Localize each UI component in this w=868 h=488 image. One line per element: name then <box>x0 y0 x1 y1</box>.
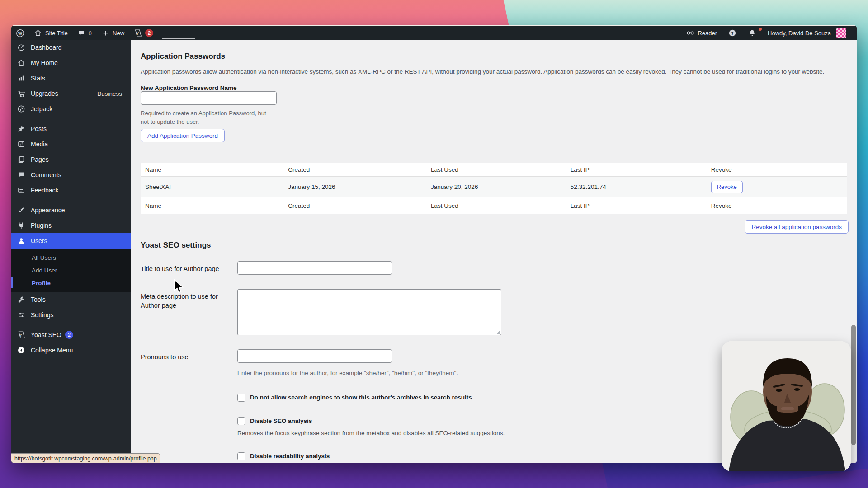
new-app-password-input[interactable] <box>141 91 277 105</box>
notification-dot <box>759 28 762 31</box>
sidebar-item-label: Pages <box>31 156 49 163</box>
sidebar-item-pages[interactable]: Pages <box>11 152 131 167</box>
sidebar-item-label: Users <box>31 237 47 244</box>
textarea-resize-grip[interactable] <box>496 330 500 334</box>
wordpress-menu[interactable]: W <box>11 26 29 40</box>
checkbox[interactable] <box>237 417 245 425</box>
sidebar-item-collapse[interactable]: Collapse Menu <box>11 343 131 358</box>
add-application-password-button[interactable]: Add Application Password <box>141 129 225 142</box>
sidebar-item-label: Feedback <box>31 187 58 194</box>
reader-link[interactable]: Reader <box>681 28 722 38</box>
page-scrollbar-thumb[interactable] <box>851 325 856 445</box>
revoke-button[interactable]: Revoke <box>711 181 743 193</box>
submenu-item-add-user[interactable]: Add User <box>11 264 131 277</box>
checkbox-label: Disable readability analysis <box>250 452 330 460</box>
avatar <box>836 28 846 38</box>
jetpack-icon <box>16 104 26 113</box>
help-button[interactable]: ? <box>723 28 741 38</box>
wp-admin-bar: W Site Title 0 New Y 2 Reader ? <box>11 26 857 40</box>
yoast-sidebar-badge: 2 <box>65 331 73 339</box>
pages-icon <box>16 155 26 164</box>
sidebar-item-label: Media <box>31 141 48 148</box>
reader-glasses-icon <box>686 28 695 38</box>
media-icon <box>16 140 26 149</box>
table-column-footer: Name <box>141 197 284 214</box>
sidebar-item-media[interactable]: Media <box>11 136 131 152</box>
yoast-seo-settings-title: Yoast SEO settings <box>141 241 211 250</box>
comment-icon <box>16 170 26 179</box>
table-footer-row: NameCreatedLast UsedLast IPRevoke <box>141 197 847 214</box>
table-column-header: Last IP <box>566 163 707 177</box>
pronouns-input[interactable] <box>237 349 392 363</box>
sidebar-item-upgrades[interactable]: UpgradesBusiness <box>11 86 131 101</box>
sidebar-item-label: Dashboard <box>31 44 62 51</box>
sidebar-item-label: Upgrades <box>31 90 58 97</box>
webcam-person <box>722 341 851 471</box>
sidebar-item-tools[interactable]: Tools <box>11 292 131 307</box>
checkbox[interactable] <box>237 452 245 460</box>
checkbox-description: Removes the focus keyphrase section from… <box>237 430 505 436</box>
sidebar-item-label: Stats <box>31 75 45 82</box>
home-icon <box>33 28 42 38</box>
sidebar-item-posts[interactable]: Posts <box>11 121 131 136</box>
table-column-footer: Created <box>284 197 427 214</box>
sidebar-item-label: My Home <box>31 59 58 66</box>
sidebar-item-label: Comments <box>31 171 61 178</box>
home-icon <box>16 58 26 67</box>
sidebar-item-plugins[interactable]: Plugins <box>11 218 131 233</box>
status-bar-url: https://botsgotit.wpcomstaging.com/wp-ad… <box>11 453 160 463</box>
meta-description-textarea[interactable] <box>237 289 501 335</box>
sidebar-item-label: Yoast SEO <box>31 331 61 338</box>
comment-count: 0 <box>89 30 92 37</box>
sidebar-item-label: Settings <box>31 311 54 319</box>
sidebar-item-my-home[interactable]: My Home <box>11 55 131 70</box>
sidebar-item-label: Appearance <box>31 206 65 214</box>
sidebar-item-label: Jetpack <box>31 105 52 113</box>
svg-text:Y: Y <box>136 31 139 36</box>
sidebar-item-dashboard[interactable]: Dashboard <box>11 40 131 55</box>
bell-icon <box>748 28 757 38</box>
my-account-menu[interactable]: Howdy, David De Souza <box>763 28 851 38</box>
submenu-item-all-users[interactable]: All Users <box>11 251 131 264</box>
pin-icon <box>16 124 26 133</box>
comments-bubble-icon <box>77 28 86 38</box>
wordpress-logo: W <box>15 28 24 38</box>
site-title-link[interactable]: Site Title <box>29 26 72 40</box>
stats-icon <box>16 74 26 83</box>
yoast-admin-bar-menu[interactable]: Y 2 <box>129 26 158 40</box>
sidebar-item-appearance[interactable]: Appearance <box>11 202 131 218</box>
application-passwords-table: NameCreatedLast UsedLast IPRevoke SheetX… <box>141 163 847 214</box>
sliders-icon <box>16 310 26 319</box>
howdy-label: Howdy, David De Souza <box>768 30 831 37</box>
submenu-item-profile[interactable]: Profile <box>11 277 131 289</box>
checkbox-row: Disable SEO analysis <box>237 417 312 425</box>
checkbox[interactable] <box>237 394 245 402</box>
yoast-icon: Y <box>16 330 26 339</box>
author-page-title-input[interactable] <box>237 261 392 275</box>
table-column-footer: Revoke <box>707 197 847 214</box>
sidebar-item-jetpack[interactable]: Jetpack <box>11 101 131 117</box>
plus-icon <box>101 28 110 38</box>
svg-text:W: W <box>18 30 22 35</box>
upgrades-plan-label: Business <box>97 90 122 97</box>
checkbox-label: Disable SEO analysis <box>250 417 312 425</box>
user-icon <box>16 236 26 245</box>
sidebar-item-settings[interactable]: Settings <box>11 307 131 323</box>
sidebar-item-feedback[interactable]: Feedback <box>11 183 131 198</box>
sidebar-item-stats[interactable]: Stats <box>11 70 131 86</box>
new-content-menu[interactable]: New <box>96 26 129 40</box>
sidebar-item-label: Tools <box>31 296 46 303</box>
table-cell-created: January 15, 2026 <box>284 177 427 197</box>
comments-link[interactable]: 0 <box>72 26 96 40</box>
notifications-button[interactable] <box>743 28 761 38</box>
yoast-icon: Y <box>133 28 142 38</box>
wrench-icon <box>16 295 26 304</box>
revoke-all-passwords-button[interactable]: Revoke all application passwords <box>745 220 849 234</box>
sidebar-item-yoast-seo[interactable]: YYoast SEO2 <box>11 327 131 343</box>
svg-text:Y: Y <box>19 333 22 338</box>
application-passwords-title: Application Passwords <box>141 52 225 61</box>
sidebar-item-comments[interactable]: Comments <box>11 167 131 183</box>
sidebar-item-users[interactable]: Users <box>11 233 131 249</box>
dashboard-icon <box>16 43 26 52</box>
pronouns-helper: Enter the pronouns for the author, for e… <box>237 369 458 377</box>
